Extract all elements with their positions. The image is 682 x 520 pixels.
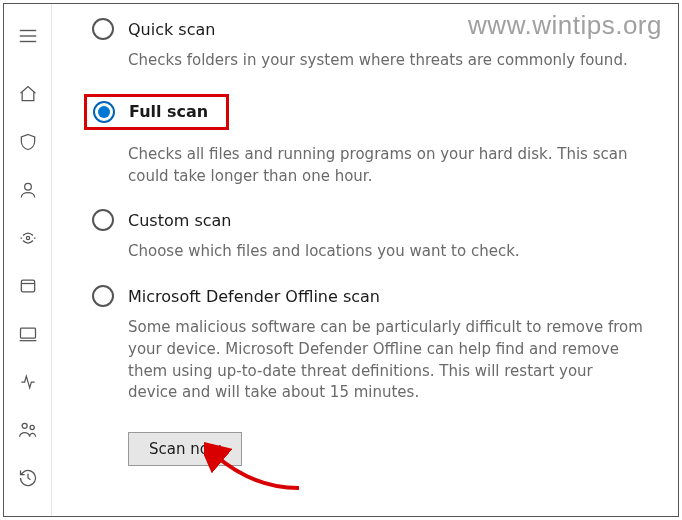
performance-icon[interactable] <box>4 358 52 406</box>
family-icon[interactable] <box>4 406 52 454</box>
account-icon[interactable] <box>4 166 52 214</box>
option-offline-scan: Microsoft Defender Offline scan Some mal… <box>92 285 644 404</box>
option-custom-scan: Custom scan Choose which files and locat… <box>92 209 644 263</box>
radio-icon <box>92 18 114 40</box>
radio-icon <box>92 285 114 307</box>
option-title: Microsoft Defender Offline scan <box>128 287 380 306</box>
option-desc: Choose which files and locations you wan… <box>128 241 644 263</box>
radio-icon <box>92 209 114 231</box>
option-title: Full scan <box>129 102 208 121</box>
svg-point-4 <box>26 236 29 239</box>
option-desc: Checks all files and running programs on… <box>128 144 644 188</box>
svg-rect-5 <box>21 280 34 292</box>
option-title: Quick scan <box>128 20 215 39</box>
shield-icon[interactable] <box>4 118 52 166</box>
highlight-box: Full scan <box>84 94 229 130</box>
svg-rect-7 <box>20 328 35 338</box>
radio-quick-scan[interactable]: Quick scan <box>92 18 644 40</box>
scan-now-button[interactable]: Scan now <box>128 432 242 466</box>
option-desc: Some malicious software can be particula… <box>128 317 644 404</box>
svg-point-9 <box>22 423 27 428</box>
home-icon[interactable] <box>4 70 52 118</box>
radio-offline-scan[interactable]: Microsoft Defender Offline scan <box>92 285 644 307</box>
app-browser-icon[interactable] <box>4 262 52 310</box>
history-icon[interactable] <box>4 454 52 502</box>
option-desc: Checks folders in your system where thre… <box>128 50 644 72</box>
svg-point-10 <box>30 425 34 429</box>
radio-custom-scan[interactable]: Custom scan <box>92 209 644 231</box>
option-full-scan: Full scan Checks all files and running p… <box>92 94 644 188</box>
option-title: Custom scan <box>128 211 231 230</box>
svg-point-3 <box>24 183 31 190</box>
radio-icon[interactable] <box>93 101 115 123</box>
scan-options-panel: Quick scan Checks folders in your system… <box>52 4 678 516</box>
device-icon[interactable] <box>4 310 52 358</box>
firewall-icon[interactable] <box>4 214 52 262</box>
sidebar <box>4 4 52 516</box>
menu-icon[interactable] <box>4 12 52 60</box>
option-quick-scan: Quick scan Checks folders in your system… <box>92 18 644 72</box>
